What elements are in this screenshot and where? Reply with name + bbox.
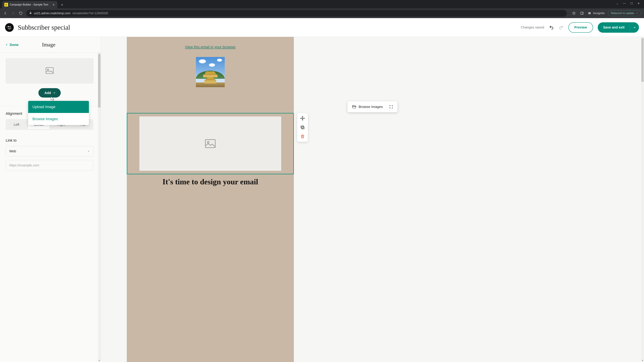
close-tab-icon[interactable]: ✕ — [52, 3, 55, 6]
sidebar-scrollbar[interactable]: ▲ ▼ — [98, 53, 101, 362]
browser-tab-strip: C Campaign Builder - Sample Tem ✕ ＋ ⌄ — … — [0, 0, 644, 8]
reload-button[interactable] — [18, 11, 23, 15]
fullscreen-icon — [389, 105, 393, 109]
svg-rect-9 — [46, 67, 53, 73]
move-icon — [300, 116, 305, 121]
svg-point-6 — [638, 13, 638, 13]
new-tab-button[interactable]: ＋ — [59, 2, 65, 8]
url-host: us21.admin.mailchimp.com — [34, 11, 70, 15]
link-url-input[interactable] — [9, 163, 90, 167]
scroll-down-icon[interactable]: ▼ — [641, 359, 644, 362]
svg-rect-11 — [206, 140, 215, 148]
chevron-down-icon — [53, 91, 56, 94]
relaunch-label: Relaunch to update — [611, 12, 634, 15]
svg-point-12 — [208, 141, 209, 143]
link-to-label: Link to — [6, 138, 94, 143]
done-button[interactable]: Done — [5, 43, 18, 47]
add-dropdown-menu: Upload Image Browse Images — [28, 101, 89, 125]
url-path: /email/editor?id=12665935 — [72, 11, 108, 15]
browser-toolbar: us21.admin.mailchimp.com/email/editor?id… — [0, 8, 644, 18]
email-headline[interactable]: It's time to design your email — [127, 177, 294, 186]
panel-title: Image — [42, 41, 56, 48]
link-to-section: Link to Web — [6, 130, 94, 170]
add-button-label: Add — [44, 91, 51, 95]
browser-tab[interactable]: C Campaign Builder - Sample Tem ✕ — [2, 1, 57, 8]
delete-block-button[interactable] — [298, 132, 306, 140]
view-in-browser-link[interactable]: View this email in your browser — [185, 45, 236, 49]
sidebar-header: Done Image — [0, 37, 101, 53]
mailchimp-logo[interactable] — [5, 23, 14, 32]
canvas-scrollbar[interactable]: ▲ ▼ — [641, 37, 644, 362]
tab-menu-icon[interactable]: ⌄ — [616, 2, 618, 5]
app-root: Subbscriber special Changes saved Previe… — [0, 18, 644, 362]
workspace: Done Image Add — [0, 37, 644, 362]
image-block-toolbar: Browse Images — [348, 101, 398, 112]
bookmark-star-icon[interactable] — [572, 11, 576, 15]
email-body: View this email in your browser — [127, 37, 294, 362]
svg-point-10 — [47, 69, 49, 70]
relaunch-button[interactable]: Relaunch to update — [608, 10, 641, 16]
scrollbar-thumb[interactable] — [98, 54, 100, 108]
toolbar-fullscreen-button[interactable] — [386, 101, 396, 112]
image-placeholder-icon — [46, 67, 54, 75]
incognito-badge: Incognito — [588, 11, 604, 15]
hero-image[interactable] — [196, 57, 225, 87]
close-window-icon[interactable]: ✕ — [638, 2, 640, 5]
mailchimp-favicon: C — [4, 3, 8, 6]
panel-icon[interactable] — [580, 11, 584, 15]
email-canvas[interactable]: View this email in your browser Browse I… — [101, 37, 644, 362]
svg-point-7 — [8, 26, 9, 27]
image-placeholder-preview — [6, 58, 94, 83]
link-type-select[interactable]: Web — [6, 146, 94, 156]
move-block-button[interactable] — [298, 114, 306, 122]
empty-image-placeholder[interactable] — [139, 116, 281, 171]
window-controls: ⌄ — ☐ ✕ — [612, 0, 644, 7]
image-placeholder-icon — [205, 139, 216, 148]
view-in-browser-row: View this email in your browser — [127, 37, 294, 54]
done-label: Done — [10, 43, 18, 47]
align-left-option[interactable]: Left — [6, 119, 27, 130]
add-image-button[interactable]: Add — [38, 88, 61, 97]
save-dropdown-button[interactable] — [630, 22, 639, 33]
link-type-value: Web — [9, 149, 16, 153]
folder-open-icon — [352, 105, 356, 109]
svg-point-3 — [590, 13, 591, 14]
toolbar-browse-images[interactable]: Browse Images — [349, 101, 386, 112]
svg-point-5 — [637, 13, 637, 13]
address-bar[interactable]: us21.admin.mailchimp.com/email/editor?id… — [26, 10, 567, 16]
save-and-exit-button[interactable]: Save and exit — [598, 22, 630, 33]
campaign-title[interactable]: Subbscriber special — [18, 23, 70, 31]
scrollbar-thumb[interactable] — [641, 38, 644, 82]
back-button[interactable] — [3, 11, 8, 15]
save-status: Changes saved — [521, 25, 544, 29]
duplicate-block-button[interactable] — [298, 123, 306, 131]
block-side-tools — [297, 113, 308, 142]
incognito-label: Incognito — [593, 11, 604, 15]
maximize-icon[interactable]: ☐ — [630, 2, 633, 5]
undo-button[interactable] — [549, 25, 554, 30]
sidebar-scroll-area[interactable]: Add Upload Image Browse Images Alignment — [0, 53, 101, 362]
svg-rect-14 — [301, 126, 304, 128]
menu-item-upload-image[interactable]: Upload Image — [28, 101, 89, 113]
properties-sidebar: Done Image Add — [0, 37, 101, 362]
chevron-down-icon — [87, 150, 90, 152]
lock-icon — [29, 11, 32, 15]
redo-button[interactable] — [559, 25, 564, 30]
svg-rect-13 — [302, 126, 304, 129]
save-button-group: Save and exit — [598, 22, 639, 33]
forward-button[interactable] — [11, 11, 16, 15]
svg-point-2 — [588, 13, 590, 14]
app-header: Subbscriber special Changes saved Previe… — [0, 18, 644, 37]
menu-item-browse-images[interactable]: Browse Images — [28, 113, 89, 125]
minimize-icon[interactable]: — — [623, 2, 626, 5]
scroll-down-icon[interactable]: ▼ — [98, 359, 101, 362]
trash-icon — [300, 134, 305, 139]
toolbar-browse-label: Browse Images — [358, 105, 383, 109]
svg-point-4 — [636, 13, 636, 13]
svg-point-8 — [10, 26, 11, 27]
preview-button[interactable]: Preview — [568, 22, 593, 33]
duplicate-icon — [300, 125, 305, 130]
tab-title: Campaign Builder - Sample Tem — [10, 3, 50, 6]
link-url-input-wrapper — [6, 160, 94, 170]
svg-rect-0 — [580, 12, 584, 14]
